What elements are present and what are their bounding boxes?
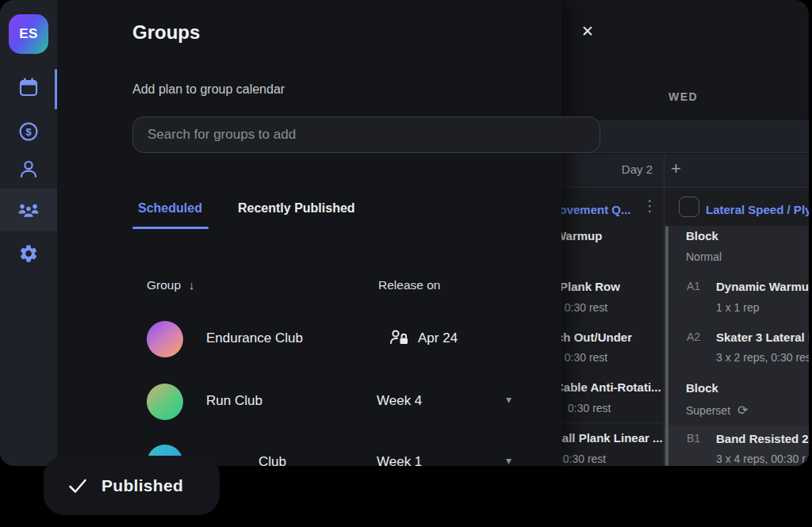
sidebar-item-payments[interactable]: $: [0, 111, 57, 152]
block-type: Superset⟳: [686, 403, 748, 418]
release-week-select[interactable]: Week 1: [377, 454, 422, 466]
exercise-name: Dynamic Warmup: [716, 280, 809, 293]
workout-checkbox[interactable]: [679, 197, 699, 217]
more-menu-icon[interactable]: ⋮: [642, 196, 657, 216]
group-name: Endurance Club: [206, 330, 303, 346]
toast-label: Published: [102, 476, 183, 495]
day-label: Day 2: [587, 162, 653, 176]
chevron-down-icon[interactable]: ▾: [506, 454, 511, 466]
exercise-detail: 3 x 2 reps, 0:30 res: [716, 351, 809, 364]
sidebar-item-clients[interactable]: [0, 148, 57, 189]
person-icon: [18, 158, 39, 179]
group-row[interactable]: Endurance Club Apr 24: [132, 321, 545, 372]
exercise-name: Warmup: [555, 229, 602, 242]
block-separator: [555, 422, 664, 423]
block-label: Block: [686, 381, 718, 395]
published-toast: Published: [44, 456, 220, 515]
exercise-name: Ball Plank Linear ...: [553, 431, 663, 445]
check-icon: [67, 475, 88, 496]
exercise-detail: 0:30 rest: [568, 402, 611, 414]
active-tab-indicator: [132, 227, 209, 229]
app-window: WED Day 2 + Movement Q... ⋮ Warmup Plank…: [0, 0, 809, 466]
exercise-name: Band Resisted 2 Step: [716, 432, 809, 445]
modal-title: Groups: [132, 21, 200, 44]
exercise-detail: 1 x 1 rep: [716, 301, 759, 314]
exercise-name: ch Out/Under: [557, 330, 632, 344]
exercise-name: Plank Row: [560, 280, 620, 293]
exercise-detail: 3 x 4 reps, 00:30 r: [716, 453, 806, 465]
exercise-detail: , 0:30 rest: [558, 351, 607, 364]
tab-scheduled[interactable]: Scheduled: [138, 201, 202, 216]
exercise-tag: B1: [687, 432, 700, 445]
exercise-detail: , 0:30 rest: [558, 301, 607, 314]
calendar-day-row: Day 2 +: [555, 154, 809, 188]
gear-icon: [18, 243, 39, 264]
screen: WED Day 2 + Movement Q... ⋮ Warmup Plank…: [0, 0, 812, 527]
groups-icon: [18, 200, 39, 220]
weekday-header: WED: [668, 90, 698, 103]
block-type: Normal: [686, 250, 722, 263]
column-header-group: Group↓: [147, 278, 195, 292]
block-type-label: Superset: [686, 404, 730, 417]
person-lock-icon: [389, 327, 411, 348]
groups-modal: Groups ✕ Add plan to group calendar Sche…: [57, 0, 561, 466]
exercise-name: Skater 3 Lateral Hop: [716, 330, 809, 344]
sidebar-item-settings[interactable]: [0, 233, 57, 274]
exercise-tag: A2: [687, 330, 700, 343]
account-avatar[interactable]: ES: [9, 14, 48, 54]
group-name: Run Club: [206, 393, 262, 409]
sort-descending-icon[interactable]: ↓: [189, 278, 195, 292]
search-input[interactable]: [132, 116, 600, 153]
workout-title-link[interactable]: Movement Q...: [550, 203, 631, 216]
tab-recently-published[interactable]: Recently Published: [238, 201, 355, 216]
sidebar-item-groups[interactable]: [0, 189, 57, 231]
group-column-label: Group: [147, 278, 181, 292]
block-label: Block: [686, 229, 718, 242]
release-week-select[interactable]: Week 4: [377, 393, 422, 409]
add-workout-button[interactable]: +: [671, 158, 681, 179]
dollar-circle-icon: $: [18, 121, 39, 142]
group-avatar: [147, 321, 183, 357]
group-row[interactable]: Run Club Week 4 ▾: [132, 384, 545, 434]
sidebar: ES $: [0, 0, 57, 466]
exercise-detail: , 0:30 rest: [557, 453, 606, 465]
superset-cycle-icon: ⟳: [737, 403, 748, 417]
svg-text:$: $: [25, 126, 32, 138]
workout-title-link[interactable]: Lateral Speed / Plyo: [706, 203, 809, 216]
chevron-down-icon[interactable]: ▾: [506, 393, 511, 406]
sidebar-item-calendar[interactable]: [0, 67, 57, 108]
exercise-name: Cable Anti-Rotati...: [555, 380, 661, 394]
modal-subtitle: Add plan to group calendar: [132, 82, 285, 97]
calendar-icon: [18, 77, 39, 97]
exercise-tag: A1: [687, 280, 700, 292]
release-date: Apr 24: [418, 330, 458, 346]
column-header-release: Release on: [378, 278, 440, 292]
card-scrollbar[interactable]: [665, 226, 668, 466]
group-name: Club: [259, 454, 286, 466]
close-icon[interactable]: ✕: [576, 21, 599, 43]
group-avatar: [147, 384, 183, 420]
